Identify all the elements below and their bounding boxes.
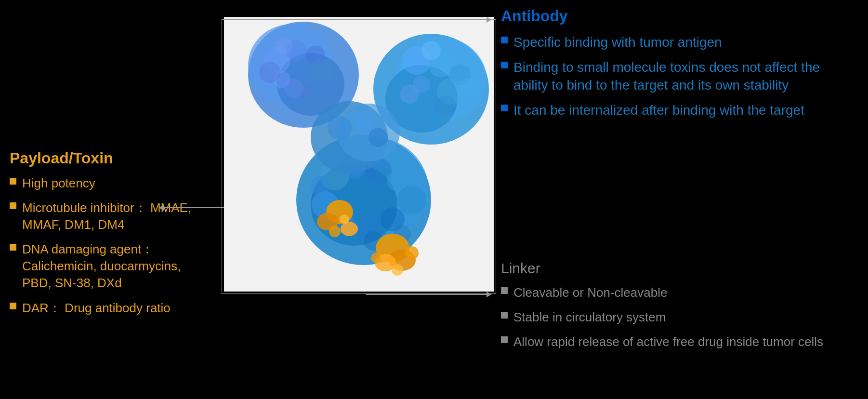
antibody-arrow (395, 19, 491, 20)
antibody-list: Specific binding with tumor antigen Bind… (501, 34, 848, 120)
list-item: Specific binding with tumor antigen (501, 34, 848, 51)
list-item: DAR： Drug antibody ratio (10, 300, 212, 317)
linker-section: Linker Cleavable or Non-cleavable Stable… (501, 260, 848, 358)
antibody-bullet-2: Binding to small molecule toxins does no… (513, 59, 848, 94)
list-item: DNA damaging agent： Calichemicin, duocar… (10, 241, 212, 292)
diagram-border (222, 19, 496, 294)
list-item: Stable in circulatory system (501, 309, 848, 326)
antibody-title: Antibody (501, 7, 848, 25)
antibody-bullet-3: It can be internalized after binding wit… (513, 102, 804, 119)
payload-bullet-3: DNA damaging agent： Calichemicin, duocar… (22, 241, 212, 292)
linker-bullet-1: Cleavable or Non-cleavable (513, 284, 667, 301)
payload-arrow (159, 207, 224, 208)
linker-arrow (366, 294, 491, 295)
list-item: Binding to small molecule toxins does no… (501, 59, 848, 94)
payload-section: Payload/Toxin High potency Microtubule i… (10, 149, 212, 324)
antibody-bullet-1: Specific binding with tumor antigen (513, 34, 722, 51)
payload-bullet-1: High potency (22, 175, 95, 192)
bullet-icon (10, 178, 16, 185)
bullet-icon (501, 312, 508, 319)
payload-list: High potency Microtubule inhibitor： MMAE… (10, 175, 212, 317)
payload-bullet-4: DAR： Drug antibody ratio (22, 300, 171, 317)
bullet-icon (10, 303, 16, 309)
list-item: It can be internalized after binding wit… (501, 102, 848, 119)
linker-bullet-3: Allow rapid release of active free drug … (513, 333, 823, 350)
list-item: Cleavable or Non-cleavable (501, 284, 848, 301)
antibody-section: Antibody Specific binding with tumor ant… (501, 7, 848, 127)
bullet-icon (501, 336, 508, 343)
payload-bullet-2: Microtubule inhibitor： MMAE, MMAF, DM1, … (22, 200, 212, 233)
list-item: High potency (10, 175, 212, 192)
linker-title: Linker (501, 260, 848, 277)
linker-bullet-2: Stable in circulatory system (513, 309, 666, 326)
payload-title: Payload/Toxin (10, 149, 212, 167)
list-item: Allow rapid release of active free drug … (501, 333, 848, 350)
bullet-icon (10, 202, 16, 209)
linker-list: Cleavable or Non-cleavable Stable in cir… (501, 284, 848, 350)
bullet-icon (10, 244, 16, 251)
list-item: Microtubule inhibitor： MMAE, MMAF, DM1, … (10, 200, 212, 233)
page-container: Antibody Specific binding with tumor ant… (0, 0, 868, 399)
